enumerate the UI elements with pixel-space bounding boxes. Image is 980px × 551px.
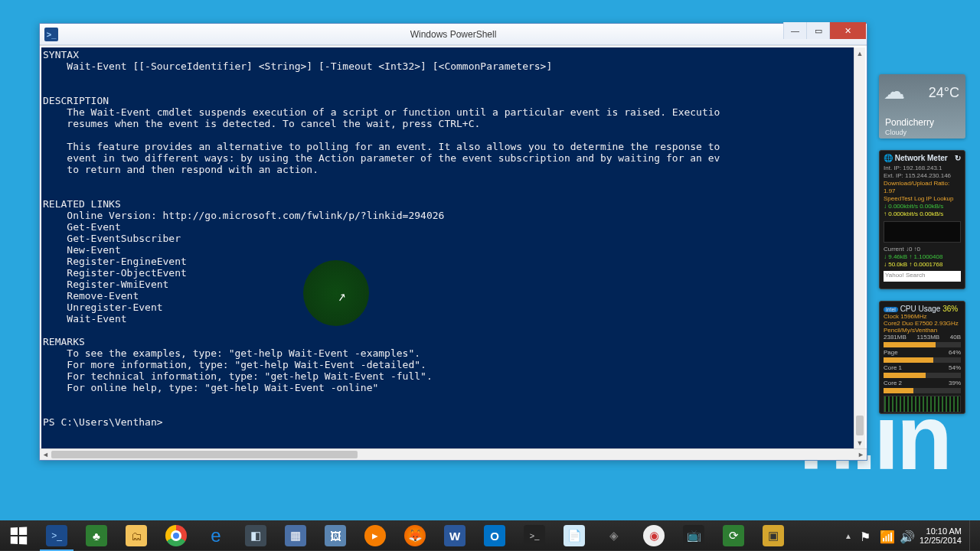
remarks-line: To see the examples, type: "get-help Wai… (43, 347, 420, 359)
image-icon: 🖼 (325, 525, 346, 546)
scroll-up-arrow[interactable]: ▲ (854, 47, 865, 59)
internal-ip: Int. IP: 192.168.243.1 (884, 165, 961, 172)
core1-bar (884, 373, 961, 378)
maximize-button[interactable]: ▭ (806, 22, 829, 39)
powershell-icon: >_ (44, 28, 58, 41)
taskbar-firefox[interactable]: 🦊 (395, 520, 435, 551)
taskbar-powershell[interactable]: >_ (37, 520, 77, 551)
taskbar-app-frame[interactable]: ▣ (753, 520, 793, 551)
flag-icon[interactable]: ⚑ (860, 530, 872, 542)
cube-icon: ◧ (245, 525, 266, 546)
weather-city: Pondicherry (885, 117, 934, 128)
netmeter-title: Network Meter (895, 154, 948, 162)
taskbar-word[interactable]: W (435, 520, 475, 551)
ratio: Download/Upload Ratio: 1.97 (884, 180, 961, 195)
ram-used: 2381MB (884, 334, 906, 341)
taskbar-chrome[interactable] (156, 520, 196, 551)
current-label: Current ↓0 ↑0 (884, 246, 961, 253)
external-ip: Ext. IP: 115.244.230.146 (884, 172, 961, 180)
note-icon: 📄 (564, 525, 585, 546)
taskbar-app-disc[interactable]: ◉ (634, 520, 674, 551)
related-link: Online Version: http://go.microsoft.com/… (43, 210, 444, 221)
start-button[interactable] (0, 520, 37, 551)
yahoo-search-input[interactable]: Yahoo! Search (884, 271, 961, 282)
remarks-line: For more information, type: "get-help Wa… (43, 359, 426, 370)
taskbar-media-player[interactable]: ▸ (355, 520, 395, 551)
section-syntax-hdr: SYNTAX (43, 49, 79, 60)
play-icon: ▸ (364, 525, 386, 546)
close-button[interactable]: ✕ (829, 22, 866, 39)
ram-free: 1153MB (916, 334, 939, 341)
show-desktop-button[interactable] (969, 520, 975, 551)
taskbar-terminal[interactable]: >_ (514, 520, 554, 551)
vertical-scrollbar[interactable]: ▲ ▼ (854, 47, 865, 448)
scroll-down-arrow[interactable]: ▼ (854, 437, 865, 448)
taskbar-app-green[interactable]: ♣ (77, 520, 116, 551)
clock[interactable]: 10:10 AM 12/25/2014 (920, 527, 962, 545)
weather-condition: Cloudy (885, 129, 906, 136)
weather-gadget[interactable]: ☁ 24°C Pondicherry Cloudy (879, 74, 965, 139)
up-rate: ↑ 0.000kbit/s 0.00kB/s (884, 210, 961, 218)
related-link: Get-EventSubscriber (43, 233, 181, 244)
taskbar-app-tv[interactable]: 📺 (674, 520, 714, 551)
chrome-icon (165, 525, 187, 546)
diamond-icon: ◈ (603, 525, 625, 546)
section-remarks-hdr: REMARKS (43, 336, 85, 347)
network-meter-gadget[interactable]: 🌐 Network Meter ↻ Int. IP: 192.168.243.1… (879, 150, 965, 289)
cpu-model: Core2 Duo E7500 2.93GHz (884, 320, 961, 327)
hscroll-thumb[interactable] (51, 451, 358, 458)
desc-line: resumes when the event is detected. To c… (43, 118, 480, 129)
taskbar-photos[interactable]: 🖼 (315, 520, 355, 551)
cloud-icon: ☁ (884, 79, 905, 104)
related-link: Unregister-Event (43, 302, 163, 313)
related-link: Register-ObjectEvent (43, 267, 187, 279)
window-title: Windows PowerShell (40, 29, 867, 40)
system-tray[interactable]: ▲ ⚑ 📶 🔊 10:10 AM 12/25/2014 (844, 520, 980, 551)
taskbar-app-sync[interactable]: ⟳ (714, 520, 753, 551)
ram-total: 40B (950, 334, 961, 341)
powershell-window: >_ Windows PowerShell — ▭ ✕ SYNTAX Wait-… (39, 23, 867, 461)
related-link: Remove-Event (43, 290, 139, 302)
ie-icon: e (205, 525, 227, 546)
minimize-button[interactable]: — (783, 22, 806, 39)
frame-icon: ▣ (763, 525, 784, 546)
console-output[interactable]: SYNTAX Wait-Event [[-SourceIdentifier] <… (41, 47, 854, 448)
clock-date: 12/25/2014 (920, 536, 962, 545)
related-link: New-Event (43, 244, 121, 256)
taskbar-outlook[interactable]: O (475, 520, 514, 551)
taskbar-ie[interactable]: e (196, 520, 236, 551)
desc-line: to return and then respond with an actio… (43, 164, 318, 175)
remarks-line: For technical information, type: "get-he… (43, 370, 433, 382)
taskbar-app-blue[interactable]: ▦ (276, 520, 315, 551)
cpu-path: Pencil/My/sVenthan (884, 327, 961, 334)
related-link: Wait-Event (43, 313, 127, 324)
taskbar-notepad[interactable]: 📄 (554, 520, 594, 551)
cursor-highlight (303, 260, 369, 326)
section-description-hdr: DESCRIPTION (43, 95, 109, 106)
volume-icon[interactable]: 🔊 (900, 530, 912, 542)
total-down: ↓ 9.46kB ↑ 1.1000408 (884, 253, 961, 261)
desc-line: This feature provides an alternative to … (43, 141, 720, 152)
firefox-icon: 🦊 (404, 525, 426, 546)
cpu-title: CPU Usage (900, 305, 941, 313)
taskbar-virtualbox[interactable]: ◧ (236, 520, 276, 551)
core2-label: Core 2 (884, 380, 902, 386)
refresh-icon[interactable]: ↻ (955, 154, 961, 162)
net-tools[interactable]: SpeedTest Log IP Lookup (884, 195, 961, 203)
desc-line: event in two different ways: by using th… (43, 152, 720, 164)
horizontal-scrollbar[interactable]: ◄ ► (40, 448, 867, 460)
taskbar-file-explorer[interactable]: 🗂 (116, 520, 156, 551)
tray-up-icon[interactable]: ▲ (844, 532, 852, 540)
down-rate: ↓ 0.000kbit/s 0.00kB/s (884, 203, 961, 210)
cpu-usage-gadget[interactable]: intel CPU Usage 36% Clock 1596MHz Core2 … (879, 301, 965, 414)
network-icon[interactable]: 📶 (880, 530, 892, 542)
terminal-icon: >_ (524, 525, 545, 546)
cpu-clock: Clock 1596MHz (884, 313, 961, 320)
taskbar-app-diamond[interactable]: ◈ (594, 520, 634, 551)
scroll-left-arrow[interactable]: ◄ (40, 449, 51, 460)
prompt[interactable]: PS C:\Users\Venthan> (43, 416, 163, 428)
titlebar[interactable]: >_ Windows PowerShell — ▭ ✕ (40, 24, 867, 45)
scroll-thumb[interactable] (856, 416, 864, 435)
globe-icon: 🌐 (884, 154, 893, 162)
scroll-right-arrow[interactable]: ► (855, 449, 867, 460)
